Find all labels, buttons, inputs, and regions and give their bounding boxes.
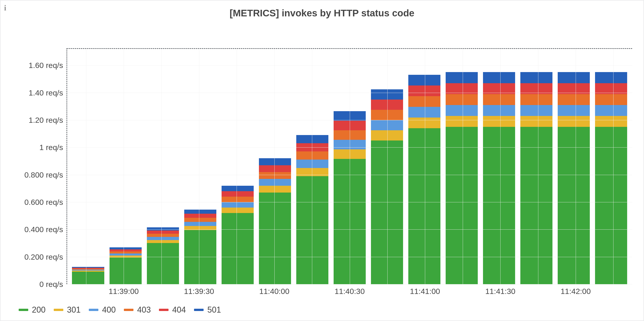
bar-segment-403: [259, 172, 291, 179]
x-axis-label: 11:41:00: [410, 284, 440, 296]
legend-swatch: [54, 309, 63, 311]
stacked-bar[interactable]: [595, 72, 627, 284]
gridline-v: [425, 49, 425, 284]
legend-swatch: [19, 309, 28, 311]
x-axis-label: 11:39:00: [108, 284, 139, 296]
stacked-bar[interactable]: [296, 135, 328, 284]
bar-segment-200: [558, 127, 590, 284]
bar-slot: [294, 49, 331, 284]
bar-segment-501: [184, 210, 216, 214]
stacked-bar[interactable]: [259, 158, 291, 284]
legend-item-404[interactable]: 404: [159, 305, 186, 315]
legend: 200301400403404501: [19, 305, 632, 315]
gridline-v: [236, 49, 237, 284]
y-axis-label: 0.400 req/s: [24, 225, 67, 234]
bar-segment-403: [408, 96, 440, 107]
bar-segment-403: [595, 94, 627, 105]
bar-slot: [107, 49, 144, 284]
bar-segment-404: [520, 83, 552, 94]
x-axis-label: 11:40:00: [260, 284, 290, 296]
bar-segment-200: [520, 127, 552, 284]
plot-region[interactable]: 0 req/s0.200 req/s0.400 req/s0.600 req/s…: [66, 48, 632, 284]
bar-slot: [518, 49, 555, 284]
stacked-bar[interactable]: [147, 227, 179, 284]
gridline-v: [86, 49, 86, 284]
bar-segment-501: [296, 135, 328, 143]
y-axis-label: 1.60 req/s: [29, 61, 67, 70]
bar-segment-501: [147, 227, 179, 231]
legend-swatch: [124, 309, 134, 311]
legend-swatch: [89, 309, 98, 311]
x-axis-label: 11:42:00: [561, 284, 591, 296]
bar-segment-200: [446, 127, 478, 284]
stacked-bar[interactable]: [222, 186, 254, 284]
legend-item-200[interactable]: 200: [19, 305, 46, 315]
gridline-v: [124, 49, 124, 284]
info-icon[interactable]: i: [4, 4, 6, 12]
stacked-bar[interactable]: [408, 75, 440, 284]
bar-segment-400: [595, 105, 627, 116]
y-axis-label: 0.200 req/s: [24, 252, 67, 261]
bar-slot: [406, 49, 443, 284]
bar-segment-501: [371, 89, 403, 100]
x-axis-label: 11:40:30: [334, 284, 364, 296]
bar-segment-403: [520, 94, 552, 105]
bar-segment-301: [446, 116, 478, 127]
bar-segment-404: [222, 191, 254, 197]
bar-segment-404: [446, 83, 478, 94]
bar-segment-404: [408, 85, 440, 96]
bar-segment-403: [147, 234, 179, 237]
bar-segment-403: [371, 110, 403, 120]
stacked-bar[interactable]: [110, 247, 142, 284]
bar-segment-403: [184, 218, 216, 222]
legend-label: 404: [172, 305, 186, 315]
bar-segment-301: [558, 116, 590, 127]
bar-segment-200: [222, 213, 254, 284]
bar-segment-301: [371, 130, 403, 141]
chart-area: 0 req/s0.200 req/s0.400 req/s0.600 req/s…: [12, 34, 632, 298]
bar-segment-403: [558, 94, 590, 105]
stacked-bar[interactable]: [371, 89, 403, 284]
gridline-v: [500, 49, 500, 284]
legend-item-400[interactable]: 400: [89, 305, 116, 315]
y-axis-label: 0.600 req/s: [24, 197, 67, 206]
bar-segment-501: [222, 186, 254, 191]
bar-slot: [70, 49, 107, 284]
y-axis-label: 0 req/s: [40, 280, 67, 289]
bar-segment-400: [222, 202, 254, 208]
gridline-v: [613, 49, 614, 284]
bar-segment-400: [184, 222, 216, 226]
gridline-v: [199, 49, 199, 284]
stacked-bar[interactable]: [558, 72, 590, 284]
legend-item-301[interactable]: 301: [54, 305, 80, 315]
stacked-bar[interactable]: [184, 210, 216, 284]
gridline-v: [312, 49, 312, 284]
legend-item-501[interactable]: 501: [194, 305, 221, 315]
bar-segment-400: [446, 105, 478, 116]
stacked-bar[interactable]: [483, 72, 515, 284]
bar-segment-501: [520, 72, 552, 83]
bar-segment-403: [222, 197, 254, 202]
bar-segment-403: [446, 94, 478, 105]
gridline-v: [162, 49, 162, 284]
bar-slot: [219, 49, 256, 284]
legend-swatch: [159, 309, 168, 311]
gridline-v: [387, 49, 388, 284]
stacked-bar[interactable]: [446, 72, 478, 284]
x-axis-label: 11:39:30: [184, 284, 214, 296]
stacked-bar[interactable]: [520, 72, 552, 284]
bar-segment-403: [483, 94, 515, 105]
bar-segment-501: [558, 72, 590, 83]
bar-segment-200: [408, 128, 440, 284]
bar-segment-200: [259, 192, 291, 284]
gridline-v: [576, 49, 576, 284]
bar-segment-400: [558, 105, 590, 116]
y-axis-label: 1.20 req/s: [29, 116, 67, 124]
bar-segment-403: [110, 251, 142, 254]
bar-segment-200: [483, 127, 515, 284]
bar-slot: [368, 49, 406, 284]
legend-item-403[interactable]: 403: [124, 305, 151, 315]
stacked-bar[interactable]: [72, 267, 104, 284]
bar-segment-501: [110, 247, 142, 249]
bar-segment-404: [595, 83, 627, 94]
